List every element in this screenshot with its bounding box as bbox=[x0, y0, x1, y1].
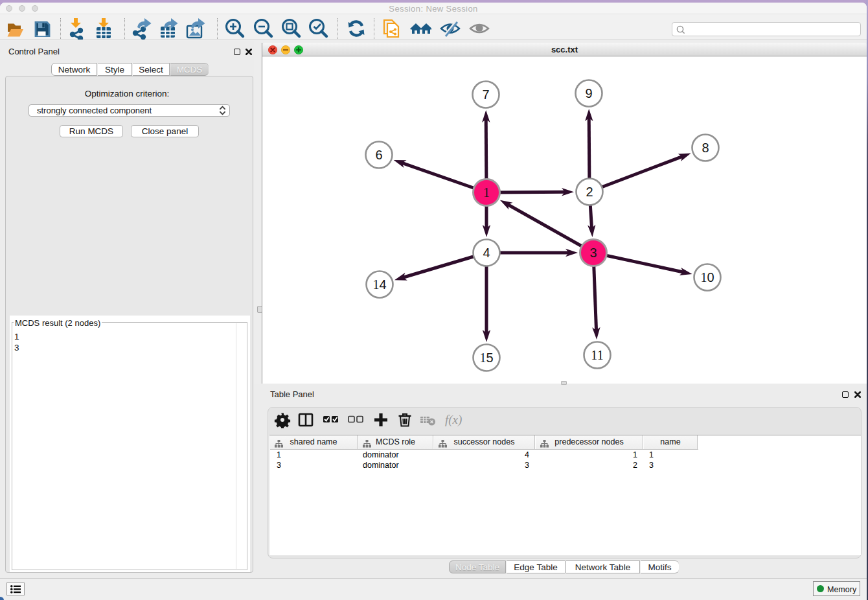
svg-text:10: 10 bbox=[700, 270, 714, 284]
svg-text:9: 9 bbox=[585, 86, 592, 100]
svg-text:4: 4 bbox=[483, 246, 490, 260]
svg-text:2: 2 bbox=[586, 185, 593, 199]
svg-text:3: 3 bbox=[589, 246, 597, 260]
svg-text:14: 14 bbox=[372, 277, 386, 292]
svg-text:8: 8 bbox=[702, 141, 709, 155]
svg-text:11: 11 bbox=[591, 348, 603, 362]
svg-text:15: 15 bbox=[479, 351, 493, 365]
svg-text:7: 7 bbox=[482, 87, 489, 102]
svg-text:1: 1 bbox=[483, 185, 490, 200]
svg-text:6: 6 bbox=[375, 148, 382, 162]
